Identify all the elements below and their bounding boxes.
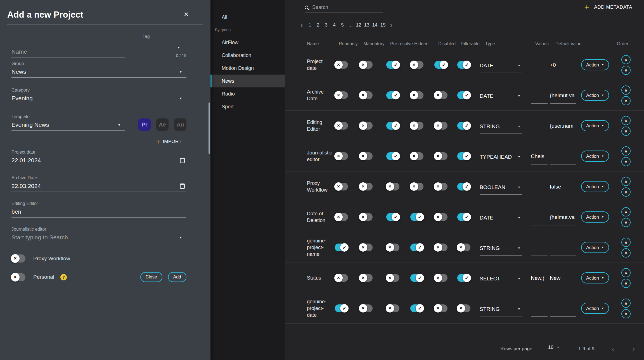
move-down-button[interactable]: ∨ (621, 157, 631, 166)
toggle-pre-resolve[interactable]: × (386, 274, 399, 282)
toggle-mandatory[interactable]: × (359, 244, 373, 251)
editing-editor-input-row[interactable] (11, 208, 186, 218)
footer-prev-button[interactable]: ‹ (612, 345, 614, 353)
pagination-page-3[interactable]: 3 (323, 22, 329, 28)
sidebar-item-airflow[interactable]: AirFlow (210, 36, 285, 49)
calendar-icon[interactable] (180, 183, 185, 189)
toggle-mandatory[interactable]: × (359, 304, 373, 312)
toggle-mandatory[interactable]: × (359, 274, 373, 282)
pagination-page-15[interactable]: 15 (380, 22, 386, 28)
move-down-button[interactable]: ∨ (621, 309, 631, 318)
add-button[interactable]: Add (168, 272, 186, 282)
toggle-filterable[interactable]: ✓ (457, 91, 470, 99)
pagination-prev[interactable]: ‹ (299, 22, 305, 28)
default-value-field[interactable] (550, 306, 576, 317)
move-up-button[interactable]: ∧ (621, 299, 631, 308)
default-value-field[interactable]: {user.nam (550, 123, 576, 134)
action-button[interactable]: Action▼ (581, 211, 609, 223)
toggle-pre-resolve[interactable]: ✓ (386, 122, 399, 130)
toggle-hidden[interactable]: × (410, 152, 423, 160)
default-value-field[interactable] (550, 153, 576, 164)
proxy-workflow-toggle[interactable]: × (11, 254, 25, 263)
action-button[interactable]: Action▼ (581, 90, 609, 101)
type-select[interactable]: BOOLEAN▼ (480, 184, 522, 195)
toggle-readonly[interactable]: × (335, 61, 348, 69)
import-button[interactable]: + IMPORT (156, 138, 186, 145)
category-select[interactable]: Evening ▼ (11, 94, 186, 104)
toggle-pre-resolve[interactable]: × (386, 244, 399, 251)
type-select[interactable]: STRING▼ (480, 245, 522, 256)
toggle-readonly[interactable]: × (335, 122, 348, 130)
search-field[interactable] (305, 2, 383, 13)
toggle-hidden[interactable]: × (410, 183, 423, 190)
toggle-filterable[interactable]: ✓ (457, 122, 470, 130)
toggle-disabled[interactable]: × (434, 122, 448, 130)
name-field[interactable] (11, 48, 125, 58)
sidebar-item-radio[interactable]: Radio (210, 87, 285, 100)
toggle-readonly[interactable]: × (335, 274, 348, 282)
move-down-button[interactable]: ∨ (621, 248, 631, 258)
default-value-field[interactable]: New (550, 275, 576, 286)
pagination-page-4[interactable]: 4 (332, 22, 337, 28)
pagination-page-5[interactable]: 5 (340, 22, 345, 28)
values-field[interactable] (531, 62, 548, 73)
audition-badge[interactable]: Au (174, 118, 186, 131)
toggle-filterable[interactable]: × (457, 304, 470, 312)
default-value-field[interactable]: false (550, 184, 576, 195)
move-down-button[interactable]: ∨ (621, 279, 631, 288)
default-value-field[interactable]: +0 (550, 62, 576, 73)
toggle-disabled[interactable]: × (434, 183, 448, 190)
values-field[interactable] (531, 184, 548, 195)
action-button[interactable]: Action▼ (581, 272, 609, 283)
move-down-button[interactable]: ∨ (621, 127, 631, 136)
default-value-field[interactable]: {helmut.va (550, 214, 576, 225)
premiere-badge[interactable]: Pr (138, 118, 151, 131)
values-field[interactable]: New,( (531, 275, 548, 286)
move-up-button[interactable]: ∧ (621, 268, 631, 277)
personal-toggle[interactable]: × (11, 273, 25, 281)
values-field[interactable] (531, 306, 548, 317)
action-button[interactable]: Action▼ (581, 242, 609, 253)
toggle-mandatory[interactable]: × (359, 91, 373, 99)
toggle-disabled[interactable]: × (434, 274, 448, 282)
calendar-icon[interactable] (180, 158, 185, 163)
toggle-pre-resolve[interactable]: × (386, 304, 399, 312)
move-up-button[interactable]: ∧ (621, 55, 631, 64)
toggle-pre-resolve[interactable]: ✓ (386, 152, 399, 160)
toggle-disabled[interactable]: × (434, 213, 448, 221)
action-button[interactable]: Action▼ (581, 151, 609, 162)
toggle-disabled[interactable]: × (434, 91, 448, 99)
toggle-mandatory[interactable]: × (359, 61, 373, 69)
toggle-hidden[interactable]: × (410, 61, 423, 69)
sidebar-item-motion-design[interactable]: Motion Design (210, 62, 285, 75)
sidebar-item-news[interactable]: News (210, 75, 285, 87)
toggle-hidden[interactable]: ✓ (410, 244, 423, 251)
journalistic-editor-select[interactable]: Start typing to Search ▼ (11, 233, 186, 243)
toggle-readonly[interactable]: × (335, 91, 348, 99)
type-select[interactable]: DATE▼ (480, 215, 522, 225)
close-button[interactable]: Close (140, 272, 162, 282)
toggle-pre-resolve[interactable]: ✓ (386, 213, 399, 221)
action-button[interactable]: Action▼ (581, 120, 609, 131)
search-input[interactable] (312, 4, 374, 10)
toggle-hidden[interactable]: × (410, 91, 423, 99)
tag-select[interactable]: ▼ (143, 40, 186, 52)
toggle-hidden[interactable]: ✓ (410, 213, 423, 221)
pagination-next[interactable]: › (388, 22, 394, 28)
toggle-filterable[interactable]: ✓ (457, 152, 470, 160)
sidebar-item-collaboration[interactable]: Collaboration (210, 49, 285, 62)
values-field[interactable] (531, 123, 548, 134)
rows-per-page-select[interactable]: 10 ▼ (546, 345, 560, 353)
toggle-disabled[interactable]: ✓ (434, 61, 448, 69)
action-button[interactable]: Action▼ (581, 303, 609, 314)
values-field[interactable] (531, 214, 548, 225)
sidebar-item-sport[interactable]: Sport (210, 100, 285, 113)
action-button[interactable]: Action▼ (581, 59, 609, 70)
toggle-readonly[interactable]: ✓ (335, 244, 348, 251)
move-up-button[interactable]: ∧ (621, 177, 631, 186)
toggle-hidden[interactable]: ✓ (410, 304, 423, 312)
move-down-button[interactable]: ∨ (621, 218, 631, 227)
pagination-page-14[interactable]: 14 (372, 22, 378, 28)
move-up-button[interactable]: ∧ (621, 146, 631, 156)
values-field[interactable] (531, 92, 548, 104)
